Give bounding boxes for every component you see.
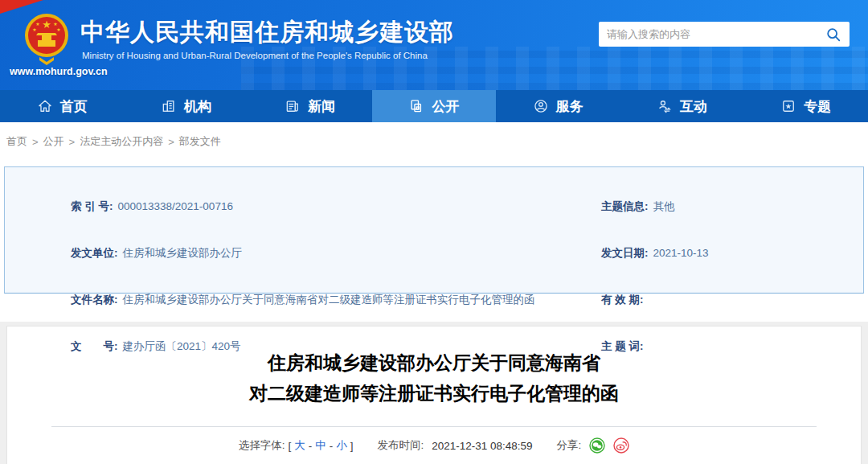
meta-value: 住房和城乡建设部办公厅关于同意海南省对二级建造师等注册证书实行电子化管理的函 bbox=[123, 294, 535, 306]
site-title: 中华人民共和国住房和城乡建设部 bbox=[80, 16, 454, 49]
breadcrumb-item-home[interactable]: 首页 bbox=[6, 134, 27, 149]
home-icon bbox=[37, 98, 53, 114]
breadcrumb-item-statutory-content[interactable]: 法定主动公开内容 bbox=[80, 134, 163, 149]
document-meta-card: 索 引 号:000013338/2021-00716 发文单位:住房和城乡建设部… bbox=[4, 166, 864, 294]
publish-time-value: 2021-12-31 08:48:59 bbox=[432, 440, 532, 452]
breadcrumb: 首页 > 公开 > 法定主动公开内容 > 部发文件 bbox=[0, 122, 868, 161]
article-title-line-2: 对二级建造师等注册证书实行电子化管理的函 bbox=[7, 378, 861, 409]
breadcrumb-separator: > bbox=[168, 136, 174, 148]
interaction-icon bbox=[657, 98, 673, 114]
font-size-dash: - bbox=[309, 440, 313, 452]
meta-column-left: 索 引 号:000013338/2021-00716 发文单位:住房和城乡建设部… bbox=[47, 188, 577, 293]
breadcrumb-separator: > bbox=[32, 136, 39, 148]
meta-row-issue-date: 发文日期:2021-10-13 bbox=[577, 235, 863, 271]
topics-icon bbox=[780, 98, 796, 114]
meta-value: 其他 bbox=[653, 200, 675, 212]
national-emblem-icon: ★ ★ ★ ★ ★ bbox=[23, 10, 71, 70]
breadcrumb-separator: > bbox=[69, 136, 76, 148]
meta-row-index-number: 索 引 号:000013338/2021-00716 bbox=[47, 188, 577, 224]
bracket-open: [ bbox=[288, 440, 291, 452]
organization-icon bbox=[161, 98, 177, 114]
svg-text:★: ★ bbox=[56, 27, 60, 32]
meta-label: 主题信息: bbox=[601, 200, 649, 212]
search-icon[interactable] bbox=[825, 27, 841, 43]
meta-row-validity: 有 效 期: bbox=[577, 281, 863, 318]
meta-label: 有 效 期: bbox=[601, 294, 644, 306]
bracket-close: ] bbox=[350, 440, 354, 452]
font-selector-label: 选择字体: bbox=[239, 438, 285, 453]
share-label: 分享: bbox=[557, 438, 582, 453]
svg-text:★: ★ bbox=[35, 22, 39, 27]
document-meta-section: 索 引 号:000013338/2021-00716 发文单位:住房和城乡建设部… bbox=[0, 161, 868, 322]
nav-item-home[interactable]: 首页 bbox=[0, 90, 124, 122]
nav-item-label: 首页 bbox=[60, 97, 88, 116]
weibo-icon[interactable] bbox=[613, 437, 629, 454]
font-size-medium-button[interactable]: 中 bbox=[315, 438, 326, 453]
nav-item-label: 机构 bbox=[184, 97, 211, 116]
nav-item-organization[interactable]: 机构 bbox=[124, 90, 248, 122]
meta-label: 主 题 词: bbox=[601, 340, 644, 352]
meta-label: 发文日期: bbox=[601, 247, 649, 259]
search-box[interactable] bbox=[599, 22, 850, 47]
news-icon bbox=[285, 98, 301, 114]
svg-text:★: ★ bbox=[42, 18, 51, 31]
meta-label: 索 引 号: bbox=[71, 200, 113, 212]
nav-item-service[interactable]: 服务 bbox=[496, 90, 620, 122]
meta-label: 文件名称: bbox=[71, 294, 118, 306]
breadcrumb-item-disclosure[interactable]: 公开 bbox=[43, 134, 64, 149]
nav-item-topics[interactable]: 专题 bbox=[744, 90, 868, 122]
nav-item-interaction[interactable]: 互动 bbox=[620, 90, 743, 122]
meta-row-topic-info: 主题信息:其他 bbox=[577, 188, 863, 224]
svg-text:★: ★ bbox=[53, 22, 57, 27]
meta-value: 2021-10-13 bbox=[653, 247, 709, 259]
site-subtitle: Ministry of Housing and Urban-Rural Deve… bbox=[82, 51, 428, 60]
breadcrumb-item-current: 部发文件 bbox=[179, 134, 221, 149]
site-url: www.mohurd.gov.cn bbox=[10, 66, 108, 77]
meta-row-issuing-unit: 发文单位:住房和城乡建设部办公厅 bbox=[47, 235, 577, 271]
nav-item-label: 专题 bbox=[804, 97, 831, 116]
nav-item-disclosure[interactable]: 公开 bbox=[372, 90, 496, 122]
nav-item-label: 服务 bbox=[556, 97, 583, 116]
search-input[interactable] bbox=[607, 28, 825, 40]
publish-time-label: 发布时间: bbox=[377, 438, 424, 453]
nav-item-news[interactable]: 新闻 bbox=[248, 90, 372, 122]
font-size-selector: 选择字体: [ 大 - 中 - 小 ] bbox=[239, 438, 354, 453]
article-divider bbox=[51, 426, 817, 427]
share-group: 分享: bbox=[557, 437, 630, 454]
main-nav: 首页 机构 新闻 bbox=[0, 90, 868, 122]
svg-text:★: ★ bbox=[32, 27, 36, 32]
nav-item-label: 互动 bbox=[680, 97, 707, 116]
meta-value: 000013338/2021-00716 bbox=[118, 200, 233, 212]
font-size-large-button[interactable]: 大 bbox=[294, 438, 305, 453]
font-size-dash: - bbox=[330, 440, 334, 452]
meta-label: 文 号: bbox=[71, 340, 118, 352]
meta-label: 发文单位: bbox=[71, 247, 118, 259]
meta-row-keywords: 主 题 词: bbox=[577, 328, 863, 364]
font-size-small-button[interactable]: 小 bbox=[336, 438, 347, 453]
publish-time-group: 发布时间: 2021-12-31 08:48:59 bbox=[377, 438, 532, 453]
article-toolbar: 选择字体: [ 大 - 中 - 小 ] 发布时间: 2021-12-31 08:… bbox=[7, 437, 861, 454]
meta-value: 住房和城乡建设部办公厅 bbox=[123, 247, 243, 259]
meta-value: 建办厅函〔2021〕420号 bbox=[123, 340, 241, 352]
site-header: ★ ★ ★ ★ ★ 中华人民共和国住房和城乡建设部 Ministry of Ho… bbox=[0, 0, 868, 90]
disclosure-icon bbox=[408, 98, 424, 114]
meta-column-right: 主题信息:其他 发文日期:2021-10-13 有 效 期: 主 题 词: bbox=[577, 188, 863, 293]
wechat-icon[interactable] bbox=[589, 437, 605, 454]
service-icon bbox=[533, 98, 549, 114]
meta-row-document-name: 文件名称:住房和城乡建设部办公厅关于同意海南省对二级建造师等注册证书实行电子化管… bbox=[47, 281, 577, 318]
nav-item-label: 新闻 bbox=[308, 97, 335, 116]
nav-item-label: 公开 bbox=[432, 97, 459, 116]
